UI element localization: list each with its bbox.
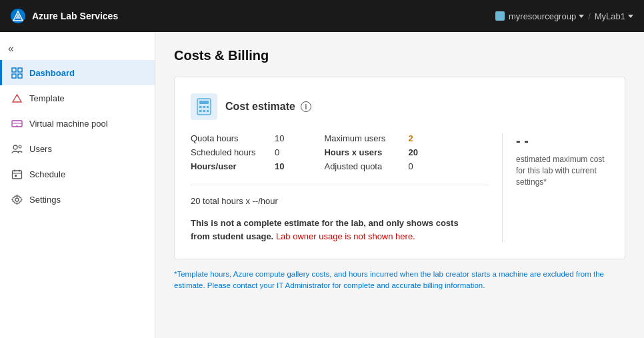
settings-icon — [11, 193, 23, 205]
data-row-adjusted-quota: Adjusted quota 0 — [324, 161, 417, 171]
cost-estimate-icon — [191, 93, 217, 120]
card-header: Cost estimate i — [191, 93, 609, 120]
svg-rect-20 — [207, 106, 209, 108]
total-hours-text: 20 total hours x --/hour — [191, 196, 489, 206]
data-row-hours-per-user: Hours/user 10 — [191, 161, 284, 171]
data-row-quota-hours: Quota hours 10 — [191, 133, 284, 143]
max-users-label: Maximum users — [324, 133, 397, 143]
main-layout: « Dashboard Template — [0, 32, 644, 338]
quota-hours-label: Quota hours — [191, 133, 264, 143]
sidebar-item-template[interactable]: Template — [0, 85, 155, 111]
svg-rect-17 — [199, 101, 209, 104]
data-row-scheduled-hours: Scheduled hours 0 — [191, 147, 284, 157]
svg-rect-21 — [199, 110, 202, 112]
hours-x-users-label: Hours x users — [324, 147, 397, 157]
sidebar-item-settings[interactable]: Settings — [0, 187, 155, 212]
sidebar-item-schedule[interactable]: Schedule — [0, 161, 155, 187]
sidebar-item-users[interactable]: Users — [0, 136, 155, 161]
svg-rect-1 — [12, 68, 16, 72]
calculator-icon — [195, 97, 213, 116]
hours-per-user-label: Hours/user — [191, 161, 264, 171]
lab-breadcrumb[interactable]: MyLab1 — [595, 11, 633, 21]
svg-point-8 — [13, 145, 17, 149]
svg-rect-19 — [203, 106, 206, 108]
card-main-body: Quota hours 10 Scheduled hours 0 Hours/u… — [191, 133, 609, 243]
collapse-icon: « — [8, 43, 14, 55]
sidebar-item-dashboard[interactable]: Dashboard — [0, 60, 155, 85]
sidebar-item-virtual-machine-pool[interactable]: Virtual machine pool — [0, 111, 155, 136]
data-row-hours-x-users: Hours x users 20 — [324, 147, 417, 157]
virtual-machine-pool-icon — [11, 117, 23, 129]
data-col-left: Quota hours 10 Scheduled hours 0 Hours/u… — [191, 133, 284, 171]
svg-point-15 — [15, 198, 19, 201]
scheduled-hours-label: Scheduled hours — [191, 147, 264, 157]
adjusted-quota-value: 0 — [408, 161, 413, 171]
users-icon — [11, 143, 23, 155]
top-navigation: Azure Lab Services myresourcegroup / MyL… — [0, 0, 644, 32]
lab-chevron-icon — [628, 15, 633, 18]
dashboard-icon — [11, 67, 23, 79]
sidebar-item-label: Schedule — [29, 169, 65, 179]
note-link[interactable]: Lab owner usage is not shown here. — [276, 231, 415, 241]
hours-per-user-value: 10 — [275, 161, 284, 171]
svg-rect-22 — [203, 110, 206, 112]
sidebar-item-label: Dashboard — [29, 68, 75, 78]
card-left: Quota hours 10 Scheduled hours 0 Hours/u… — [191, 133, 489, 243]
svg-point-9 — [19, 145, 21, 148]
resource-group-icon — [495, 11, 505, 21]
estimate-dash: - - — [516, 133, 529, 149]
main-content: Costs & Billing Cost est — [155, 32, 644, 338]
app-logo: Azure Lab Services — [11, 9, 118, 23]
svg-rect-4 — [18, 74, 22, 78]
breadcrumb: myresourcegroup / MyLab1 — [495, 11, 633, 21]
footer-note: *Template hours, Azure compute gallery c… — [174, 269, 625, 292]
data-col-right: Maximum users 2 Hours x users 20 Adjuste… — [324, 133, 417, 171]
adjusted-quota-label: Adjusted quota — [324, 161, 397, 171]
card-divider — [191, 185, 489, 185]
sidebar-collapse-button[interactable]: « — [0, 37, 155, 60]
app-title: Azure Lab Services — [32, 11, 118, 21]
quota-hours-value: 10 — [275, 133, 284, 143]
svg-rect-2 — [18, 68, 22, 72]
data-grid: Quota hours 10 Scheduled hours 0 Hours/u… — [191, 133, 489, 171]
svg-rect-10 — [12, 171, 21, 179]
breadcrumb-separator: / — [588, 11, 591, 21]
data-row-max-users: Maximum users 2 — [324, 133, 417, 143]
svg-rect-18 — [199, 106, 202, 108]
schedule-icon — [11, 168, 23, 180]
note-text: This is not a complete estimate for the … — [191, 217, 471, 243]
estimate-label: estimated maximum cost for this lab with… — [516, 154, 609, 187]
scheduled-hours-value: 0 — [275, 147, 279, 157]
svg-rect-3 — [12, 74, 16, 78]
card-title: Cost estimate i — [225, 101, 311, 113]
sidebar: « Dashboard Template — [0, 32, 155, 338]
azure-logo-icon — [11, 9, 25, 23]
sidebar-item-label: Users — [29, 144, 52, 154]
info-icon[interactable]: i — [301, 101, 311, 112]
cost-estimate-card: Cost estimate i Quota hours 10 — [174, 77, 625, 259]
sidebar-item-label: Template — [29, 93, 65, 103]
resource-group-breadcrumb[interactable]: myresourcegroup — [495, 11, 584, 21]
sidebar-item-label: Virtual machine pool — [29, 119, 108, 129]
svg-rect-23 — [207, 110, 209, 112]
svg-rect-14 — [15, 175, 17, 177]
max-users-value: 2 — [408, 133, 413, 143]
hours-x-users-value: 20 — [408, 147, 417, 157]
sidebar-item-label: Settings — [29, 195, 61, 205]
page-title: Costs & Billing — [174, 48, 625, 63]
svg-point-7 — [16, 125, 17, 127]
template-icon — [11, 92, 23, 104]
resource-group-chevron-icon — [579, 15, 584, 18]
card-right-estimate: - - estimated maximum cost for this lab … — [502, 133, 609, 243]
